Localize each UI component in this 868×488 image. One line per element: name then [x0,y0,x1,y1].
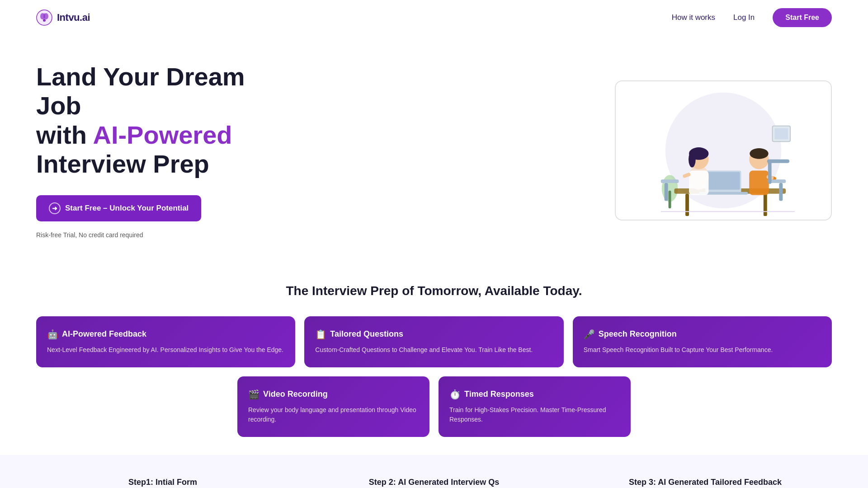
how-step-2-title: Step 2: AI Generated Interview Qs [307,478,561,487]
features-grid-top: 🤖 AI-Powered Feedback Next-Level Feedbac… [36,316,832,367]
svg-rect-28 [767,160,789,163]
features-title: The Interview Prep of Tomorrow, Availabl… [36,284,832,298]
feature-card-2-title: 📋 Tailored Questions [315,329,552,340]
feature-card-timed-responses: ⏱️ Timed Responses Train for High-Stakes… [439,376,631,437]
logo-text: Intvu.ai [57,12,90,23]
feature-card-4-desc: Review your body language and presentati… [248,405,419,424]
logo[interactable]: Intvu.ai [36,9,90,26]
how-step-2: Step 2: AI Generated Interview Qs [307,478,561,488]
svg-rect-32 [775,128,788,139]
hero-title-line1: Land Your Dream Job [36,62,245,120]
interview-illustration [616,81,831,220]
features-section: The Interview Prep of Tomorrow, Availabl… [0,257,868,455]
feature-card-3-title: 🎤 Speech Recognition [584,329,821,340]
feature-card-5-desc: Train for High-Stakes Precision. Master … [449,405,620,424]
feature-card-1-desc: Next-Level Feedback Engineered by AI. Pe… [47,345,284,355]
svg-point-4 [43,19,46,22]
svg-rect-26 [779,183,783,201]
svg-point-18 [689,151,696,168]
hero-subtext: Risk-free Trial, No credit card required [36,231,289,239]
svg-rect-15 [689,170,708,195]
timed-responses-icon: ⏱️ [449,389,461,400]
feature-card-4-title: 🎬 Video Recording [248,389,419,400]
feature-card-tailored-questions: 📋 Tailored Questions Custom-Crafted Ques… [304,316,563,367]
how-step-3: Step 3: AI Generated Tailored Feedback [579,478,832,488]
svg-rect-3 [43,13,45,19]
feature-card-ai-feedback: 🤖 AI-Powered Feedback Next-Level Feedbac… [36,316,295,367]
hero-title-line2-prefix: with [36,121,93,149]
feature-card-5-title: ⏱️ Timed Responses [449,389,620,400]
svg-rect-30 [665,183,668,201]
tailored-questions-icon: 📋 [315,329,326,340]
hero-cta-button[interactable]: ➜ Start Free – Unlock Your Potential [36,195,201,221]
how-it-works-section: Step1: Intial Form Step 2: AI Generated … [0,455,868,488]
hero-illustration-frame [615,80,832,221]
hero-title-line3: Interview Prep [36,150,209,178]
hero-left: Land Your Dream Job with AI-Powered Inte… [36,62,289,239]
svg-rect-12 [707,172,740,189]
feature-card-video-recording: 🎬 Video Recording Review your body langu… [237,376,429,437]
svg-rect-22 [749,170,769,195]
ai-feedback-icon: 🤖 [47,329,58,340]
svg-rect-29 [661,179,679,183]
nav-login[interactable]: Log In [733,13,755,22]
features-grid-bottom: 🎬 Video Recording Review your body langu… [237,376,631,437]
hero-section: Land Your Dream Job with AI-Powered Inte… [0,35,868,257]
speech-recognition-icon: 🎤 [584,329,595,340]
how-steps-grid: Step1: Intial Form Step 2: AI Generated … [36,478,832,488]
svg-rect-9 [685,194,689,216]
how-step-3-title: Step 3: AI Generated Tailored Feedback [579,478,832,487]
svg-point-21 [750,148,768,159]
feature-card-3-desc: Smart Speech Recognition Built to Captur… [584,345,821,355]
svg-rect-7 [669,191,671,208]
hero-cta-label: Start Free – Unlock Your Potential [65,204,189,213]
how-step-1-title: Step1: Intial Form [36,478,289,487]
feature-card-1-title: 🤖 AI-Powered Feedback [47,329,284,340]
hero-title: Land Your Dream Job with AI-Powered Inte… [36,62,289,179]
feature-card-2-desc: Custom-Crafted Questions to Challenge an… [315,345,552,355]
video-recording-icon: 🎬 [248,389,259,400]
nav-how-it-works[interactable]: How it works [672,13,715,22]
how-step-1: Step1: Intial Form [36,478,289,488]
hero-title-accent: AI-Powered [93,121,232,149]
arrow-icon: ➜ [49,202,61,214]
navbar: Intvu.ai How it works Log In Start Free [0,0,868,35]
nav-start-free-button[interactable]: Start Free [773,8,832,27]
feature-card-speech-recognition: 🎤 Speech Recognition Smart Speech Recogn… [573,316,832,367]
svg-rect-10 [764,194,767,216]
svg-rect-27 [768,160,772,184]
nav-links: How it works Log In Start Free [672,8,832,27]
logo-icon [36,9,52,26]
